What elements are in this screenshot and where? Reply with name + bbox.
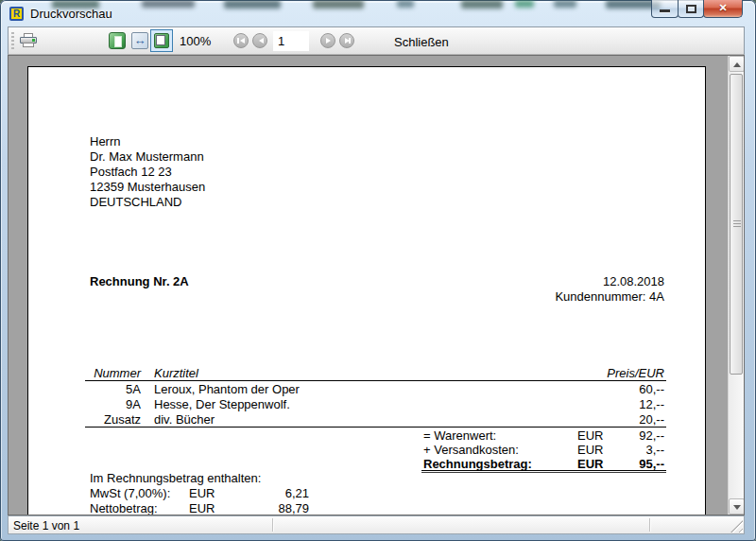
recipient-line: Herrn xyxy=(90,134,121,148)
cell-nummer: 5A xyxy=(57,382,141,396)
recipient-line: Dr. Max Mustermann xyxy=(90,149,204,164)
total-amount: 92,-- xyxy=(589,428,664,443)
total-amount: 95,-- xyxy=(589,457,664,471)
page-width-icon: ↔ xyxy=(131,32,148,49)
toolbar: ↔ 100% Schließen xyxy=(8,26,745,55)
total-label: = Warenwert: xyxy=(423,428,496,443)
total-label: Rechnungsbetrag: xyxy=(423,457,532,471)
arrow-down-icon xyxy=(733,505,741,510)
first-page-button[interactable] xyxy=(233,33,249,48)
window-controls: ✕ xyxy=(652,0,743,18)
cell-preis: 20,-- xyxy=(475,412,664,427)
close-preview-button[interactable]: Schließen xyxy=(385,31,458,52)
next-page-button[interactable] xyxy=(320,33,335,48)
title-bar[interactable]: R Druckvorschau ✕ xyxy=(0,0,756,26)
print-preview-window: R Druckvorschau ✕ ↔ xyxy=(0,0,756,541)
printer-icon xyxy=(20,33,37,47)
toolbar-grip[interactable] xyxy=(11,32,14,49)
cell-kurztitel: Leroux, Phantom der Oper xyxy=(154,382,300,396)
status-page-info: Seite 1 von 1 xyxy=(13,519,79,532)
included-amount: 88,79 xyxy=(236,501,309,515)
cell-kurztitel: Hesse, Der Steppenwolf. xyxy=(154,397,290,411)
actual-size-icon xyxy=(154,33,169,48)
print-button[interactable] xyxy=(18,30,39,51)
total-label: + Versandkosten: xyxy=(423,443,519,457)
col-header-kurztitel: Kurztitel xyxy=(154,366,198,380)
included-heading: Im Rechnungsbetrag enthalten: xyxy=(90,471,261,485)
included-amount: 6,21 xyxy=(236,486,309,500)
cell-preis: 12,-- xyxy=(475,397,664,411)
close-button[interactable]: ✕ xyxy=(703,0,743,18)
next-page-icon xyxy=(326,38,331,44)
last-page-button[interactable] xyxy=(339,33,354,48)
scroll-down-button[interactable] xyxy=(729,498,745,515)
col-header-nummer: Nummer xyxy=(57,366,141,380)
maximize-button[interactable] xyxy=(678,0,704,18)
view-actual-size-button[interactable] xyxy=(150,29,173,52)
minimize-button[interactable] xyxy=(651,0,679,18)
thumb-grip-icon xyxy=(733,220,741,228)
cell-nummer: 9A xyxy=(57,397,141,411)
included-label: Nettobetrag: xyxy=(90,501,158,515)
invoice-date: 12.08.2018 xyxy=(406,274,664,288)
maximize-icon xyxy=(686,5,696,13)
grand-total-rule xyxy=(421,470,666,473)
minimize-icon xyxy=(660,9,670,12)
page-number-input[interactable] xyxy=(273,31,309,51)
first-page-icon xyxy=(237,38,239,44)
window-title: Druckvorschau xyxy=(30,7,112,21)
scroll-up-button[interactable] xyxy=(729,56,745,72)
table-header-rule xyxy=(85,380,666,381)
view-page-width-button[interactable]: ↔ xyxy=(129,30,150,51)
cell-preis: 60,-- xyxy=(475,382,664,396)
cell-nummer: Zusatz xyxy=(57,412,141,427)
previous-page-icon xyxy=(259,38,264,44)
invoice-title: Rechnung Nr. 2A xyxy=(90,274,189,288)
arrow-up-icon xyxy=(733,62,741,67)
table-bottom-rule xyxy=(85,427,666,428)
col-header-preis: Preis/EUR xyxy=(475,366,664,380)
resize-grip[interactable] xyxy=(730,520,743,532)
zoom-level-label: 100% xyxy=(180,34,211,48)
cell-kurztitel: div. Bücher xyxy=(154,412,215,427)
statusbar-divider xyxy=(649,518,651,532)
scrollbar-thumb[interactable] xyxy=(730,74,743,375)
preview-page: Herrn Dr. Max Mustermann Postfach 12 23 … xyxy=(27,66,706,515)
total-amount: 3,-- xyxy=(589,443,664,457)
whole-page-icon xyxy=(109,32,126,49)
app-icon[interactable]: R xyxy=(9,7,24,21)
statusbar-divider xyxy=(272,518,274,532)
vertical-scrollbar[interactable] xyxy=(728,56,744,515)
included-label: MwSt (7,00%): xyxy=(90,486,170,500)
preview-area: Herrn Dr. Max Mustermann Postfach 12 23 … xyxy=(8,55,745,515)
recipient-line: 12359 Musterhausen xyxy=(90,180,205,194)
customer-number: Kundennummer: 4A xyxy=(406,289,664,304)
included-currency: EUR xyxy=(189,501,215,515)
recipient-line: DEUTSCHLAND xyxy=(90,195,182,209)
previous-page-button[interactable] xyxy=(252,33,267,48)
view-whole-page-button[interactable] xyxy=(107,30,128,51)
recipient-line: Postfach 12 23 xyxy=(90,165,172,179)
close-icon: ✕ xyxy=(704,2,742,14)
included-currency: EUR xyxy=(189,486,215,500)
status-bar: Seite 1 von 1 xyxy=(8,515,745,534)
